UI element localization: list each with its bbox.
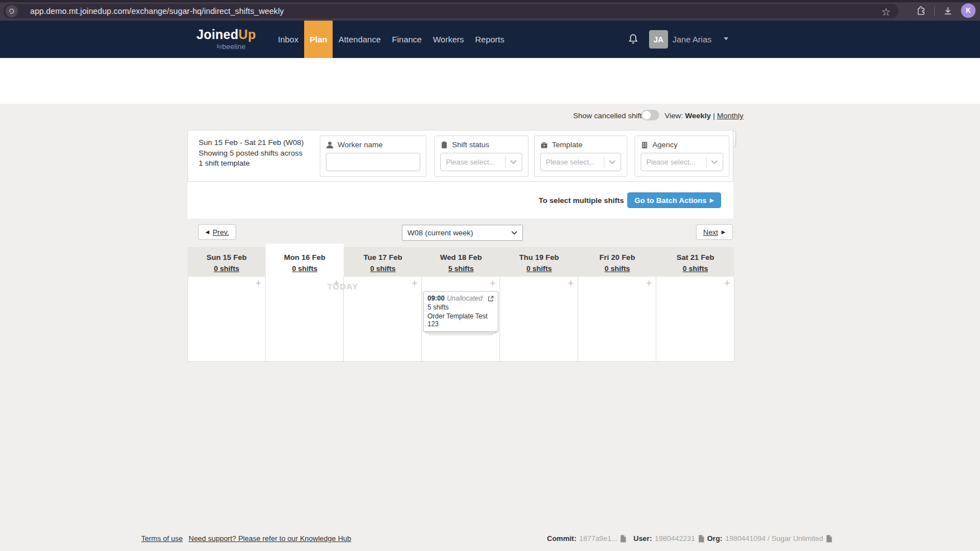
- show-cancelled-toggle[interactable]: [641, 110, 659, 120]
- nav-item-plan[interactable]: Plan: [304, 21, 333, 58]
- chevron-down-icon: [609, 160, 616, 164]
- add-shift-icon[interactable]: +: [411, 278, 417, 289]
- day-column-tue: Tue 17 Feb 0 shifts +: [344, 247, 422, 361]
- chevron-left-icon: ◀: [205, 229, 209, 235]
- week-summary: Sun 15 Feb - Sat 21 Feb (W08) Showing 5 …: [199, 138, 304, 169]
- day-cell[interactable]: +TODAY: [266, 277, 344, 361]
- day-cell[interactable]: +: [578, 277, 656, 361]
- terms-link[interactable]: Terms of use: [141, 534, 182, 543]
- logo-joined: Joined: [196, 27, 238, 42]
- nav-item-inbox[interactable]: Inbox: [272, 21, 304, 58]
- nav-item-finance[interactable]: Finance: [386, 21, 427, 58]
- page-footer: Terms of use Need support? Please refer …: [0, 530, 980, 551]
- day-header: Tue 17 Feb 0 shifts: [344, 247, 422, 277]
- browser-profile-avatar[interactable]: K: [961, 3, 976, 18]
- template-placeholder: Please select...: [546, 158, 602, 166]
- commit-value: 1877a9e1...: [579, 534, 618, 543]
- briefcase-icon: [540, 141, 548, 149]
- chevron-right-icon: ▶: [710, 197, 714, 203]
- shift-status-select[interactable]: Please select...: [440, 153, 522, 171]
- support-link[interactable]: Need support? Please refer to our Knowle…: [189, 534, 351, 543]
- copy-document-icon[interactable]: [698, 535, 704, 543]
- shift-card[interactable]: 09:00 Unallocated 5 shifts Order Templat…: [423, 291, 498, 332]
- copy-document-icon[interactable]: [826, 535, 832, 543]
- nav-item-workers[interactable]: Workers: [427, 21, 470, 58]
- bookmark-star-icon[interactable]: ☆: [881, 6, 891, 18]
- week-select[interactable]: W08 (current week): [402, 225, 523, 241]
- org-info: Org: 1980441094 / Sugar Unlimited: [707, 534, 832, 543]
- add-shift-icon[interactable]: +: [646, 278, 652, 289]
- agency-label: Agency: [652, 141, 678, 149]
- agency-filter: Agency Please select...: [635, 136, 729, 177]
- day-shifts-link[interactable]: 0 shifts: [526, 264, 552, 273]
- day-shifts-link[interactable]: 0 shifts: [604, 264, 630, 273]
- extensions-icon[interactable]: [916, 6, 926, 16]
- worker-icon: [326, 141, 334, 149]
- template-select[interactable]: Please select...: [540, 153, 621, 171]
- commit-info: Commit: 1877a9e1...: [547, 534, 626, 543]
- copy-document-icon[interactable]: [620, 535, 626, 543]
- day-cell[interactable]: +: [656, 277, 734, 361]
- add-shift-icon[interactable]: +: [489, 278, 496, 289]
- logo-by: by: [217, 44, 222, 49]
- notifications-bell-icon[interactable]: [627, 33, 639, 46]
- day-shifts-link[interactable]: 5 shifts: [448, 264, 474, 273]
- batch-actions-button[interactable]: Go to Batch Actions▶: [627, 192, 721, 208]
- user-name[interactable]: Jane Arias: [672, 35, 712, 44]
- view-label: View:: [665, 112, 685, 120]
- shift-count: 5 shifts: [427, 303, 494, 311]
- agency-select[interactable]: Please select...: [641, 153, 723, 171]
- view-monthly-link[interactable]: Monthly: [717, 112, 743, 120]
- filter-panel: Sun 15 Feb - Sat 21 Feb (W08) Showing 5 …: [188, 130, 733, 182]
- org-value: 1980441094 / Sugar Unlimited: [725, 534, 823, 543]
- nav-menu: Inbox Plan Attendance Finance Workers Re…: [272, 21, 510, 58]
- next-week-button[interactable]: Next▶: [696, 224, 733, 240]
- day-header: Wed 18 Feb 5 shifts: [422, 247, 500, 277]
- batch-hint: To select multiple shifts: [539, 196, 624, 205]
- external-link-icon[interactable]: [488, 296, 494, 302]
- day-column-thu: Thu 19 Feb 0 shifts +: [500, 247, 578, 361]
- logo-up: Up: [238, 27, 256, 42]
- view-weekly-label: Weekly: [685, 112, 711, 120]
- shift-time: 09:00: [427, 294, 445, 302]
- day-cell[interactable]: +: [500, 277, 578, 361]
- worker-name-filter: Worker name: [320, 136, 426, 177]
- day-header: Thu 19 Feb 0 shifts: [500, 247, 578, 277]
- nav-item-attendance[interactable]: Attendance: [333, 21, 386, 58]
- site-info-icon[interactable]: [6, 5, 18, 17]
- template-label: Template: [552, 141, 583, 149]
- add-shift-icon[interactable]: +: [568, 278, 574, 289]
- day-shifts-link[interactable]: 0 shifts: [292, 264, 318, 273]
- day-cell[interactable]: + 09:00 Unallocated 5 shifts Order Templ…: [422, 277, 500, 361]
- user-value: 1980442231: [655, 534, 695, 543]
- prev-week-button[interactable]: ◀Prev.: [198, 224, 236, 240]
- user-menu-chevron-icon[interactable]: [724, 37, 728, 40]
- add-shift-icon[interactable]: +: [333, 278, 339, 289]
- chevron-down-icon: [711, 160, 718, 164]
- add-shift-icon[interactable]: +: [255, 278, 261, 289]
- view-switch: View: Weekly | Monthly: [665, 112, 743, 120]
- building-icon: [641, 141, 648, 149]
- download-icon[interactable]: [943, 6, 953, 16]
- day-label: Fri 20 Feb: [578, 253, 656, 262]
- day-shifts-link[interactable]: 0 shifts: [370, 264, 396, 273]
- day-label: Mon 16 Feb: [266, 253, 344, 262]
- day-shifts-link[interactable]: 0 shifts: [683, 264, 708, 273]
- day-shifts-link[interactable]: 0 shifts: [214, 264, 239, 273]
- day-header: Sun 15 Feb 0 shifts: [188, 247, 266, 277]
- day-column-wed: Wed 18 Feb 5 shifts + 09:00 Unallocated …: [422, 247, 500, 361]
- day-column-fri: Fri 20 Feb 0 shifts +: [578, 247, 656, 361]
- clipboard-icon: [440, 141, 448, 149]
- url-bar[interactable]: app.demo.mt.joinedup.com/exchange/sugar-…: [3, 4, 899, 18]
- day-cell[interactable]: +: [344, 277, 422, 361]
- page-header-band: Post shifts for Sugar HQ Following: [0, 58, 980, 104]
- add-shift-icon[interactable]: +: [724, 278, 730, 289]
- nav-item-reports[interactable]: Reports: [469, 21, 510, 58]
- prev-label: Prev.: [213, 228, 229, 236]
- org-label: Org:: [707, 534, 722, 543]
- week-summary-line3: 1 shift template: [199, 158, 304, 169]
- joinedup-logo[interactable]: JoinedUp bybeeline: [196, 27, 256, 51]
- day-cell[interactable]: +: [188, 277, 266, 361]
- worker-name-input[interactable]: [326, 153, 420, 171]
- user-avatar[interactable]: JA: [649, 30, 668, 49]
